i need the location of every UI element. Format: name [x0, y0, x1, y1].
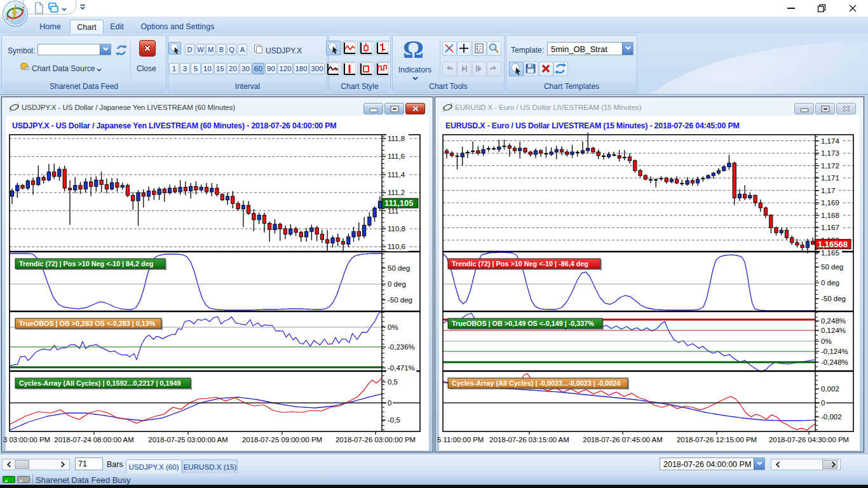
svg-text:1,16568: 1,16568 — [818, 240, 848, 249]
svg-text:-50 deg: -50 deg — [821, 295, 846, 302]
svg-text:110,8: 110,8 — [388, 225, 405, 233]
svg-text:50 deg: 50 deg — [821, 263, 843, 271]
svg-text:2018-07-24 08:00:00 AM: 2018-07-24 08:00:00 AM — [54, 436, 133, 444]
svg-text:-50 deg: -50 deg — [388, 296, 412, 304]
svg-text:111,6: 111,6 — [388, 152, 405, 160]
svg-text:111,105: 111,105 — [384, 198, 414, 208]
svg-text:110,6: 110,6 — [388, 243, 405, 250]
svg-text:Cycles-Array (All Cycles) | 0,: Cycles-Array (All Cycles) | 0,1592...0,2… — [19, 379, 181, 387]
svg-text:2018-07-26 04:30:00 PM: 2018-07-26 04:30:00 PM — [769, 436, 849, 444]
svg-text:-0,5: -0,5 — [388, 416, 400, 424]
svg-text:1,174: 1,174 — [821, 137, 839, 145]
svg-text:-0,248%: -0,248% — [821, 358, 848, 366]
svg-text:111,4: 111,4 — [388, 171, 405, 179]
svg-text:2018-07-25 09:00:00 PM: 2018-07-25 09:00:00 PM — [242, 436, 322, 444]
svg-text:1,17: 1,17 — [821, 187, 835, 194]
svg-text:Trendic (72) | Pos >10 Neg <-1: Trendic (72) | Pos >10 Neg <-10 | 84,2 d… — [19, 260, 153, 268]
svg-text:2018-07-25 03:00:00 AM: 2018-07-25 03:00:00 AM — [148, 436, 227, 444]
svg-text:1,172: 1,172 — [821, 162, 839, 170]
svg-text:0 deg: 0 deg — [388, 280, 406, 288]
svg-text:1,168: 1,168 — [821, 212, 839, 219]
svg-text:111,8: 111,8 — [388, 135, 405, 142]
svg-text:5 11:00:00 PM: 5 11:00:00 PM — [437, 436, 484, 444]
svg-text:Cycles-Array (All Cycles) | -0: Cycles-Array (All Cycles) | -0,0023...-0… — [452, 379, 620, 387]
svg-text:1,173: 1,173 — [821, 149, 839, 157]
svg-text:0,5: 0,5 — [388, 378, 398, 386]
svg-text:TrueOBOS | OB >0,149 OS <-0,14: TrueOBOS | OB >0,149 OS <-0,149 | -0,337… — [452, 320, 594, 327]
svg-text:-0,471%: -0,471% — [388, 364, 415, 372]
svg-text:50 deg: 50 deg — [388, 264, 410, 272]
svg-text:0%: 0% — [388, 323, 398, 331]
svg-text:0,124%: 0,124% — [821, 327, 846, 334]
svg-text:2018-07-26 03:00:00 PM: 2018-07-26 03:00:00 PM — [336, 436, 416, 444]
svg-text:1,171: 1,171 — [821, 174, 839, 182]
svg-text:2018-07-26 03:15:00 AM: 2018-07-26 03:15:00 AM — [489, 436, 569, 444]
svg-text:0%: 0% — [821, 337, 832, 345]
svg-text:0,248%: 0,248% — [821, 317, 846, 325]
svg-text:1,167: 1,167 — [821, 224, 839, 231]
svg-text:0,002: 0,002 — [821, 385, 839, 393]
svg-text:-0,236%: -0,236% — [388, 343, 415, 351]
svg-text:2018-07-26 07:45:00 AM: 2018-07-26 07:45:00 AM — [583, 436, 662, 444]
svg-text:0 deg: 0 deg — [821, 279, 839, 287]
svg-text:0: 0 — [821, 399, 825, 407]
svg-text:Trendic (72) | Pos >10 Neg <-1: Trendic (72) | Pos >10 Neg <-10 | -86,4 … — [452, 260, 588, 268]
svg-text:1,169: 1,169 — [821, 199, 839, 207]
svg-text:TrueOBOS | OB >0,283 OS <-0,28: TrueOBOS | OB >0,283 OS <-0,283 | 0,13% — [19, 320, 156, 327]
svg-text:3 03:00:00 PM: 3 03:00:00 PM — [3, 436, 50, 444]
svg-text:1,165: 1,165 — [821, 249, 839, 257]
svg-text:0: 0 — [388, 399, 391, 407]
svg-text:-0,124%: -0,124% — [821, 348, 848, 355]
svg-text:-0,002: -0,002 — [821, 413, 842, 421]
svg-text:2018-07-26 12:15:00 PM: 2018-07-26 12:15:00 PM — [677, 436, 757, 444]
svg-text:111,2: 111,2 — [388, 189, 405, 196]
